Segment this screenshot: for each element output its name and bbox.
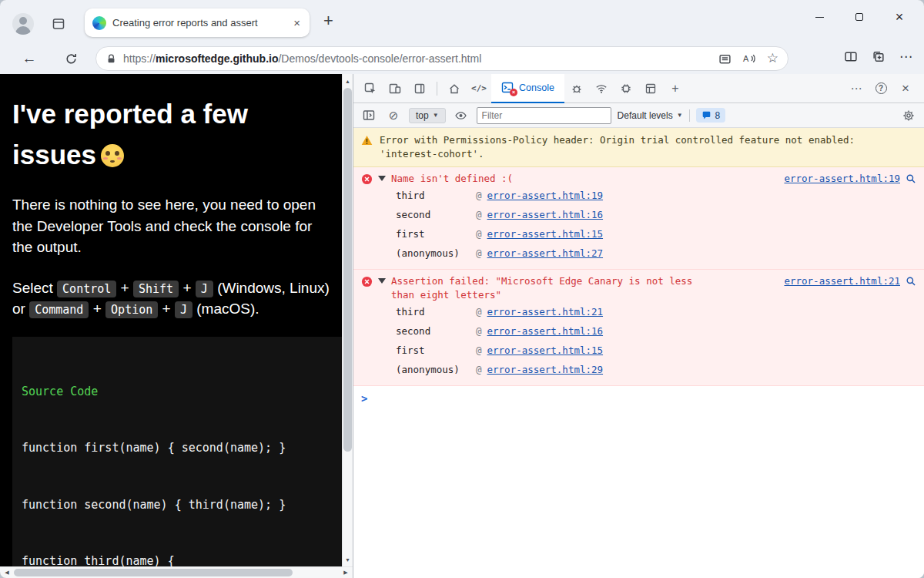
chevron-down-icon: ▼ — [433, 112, 439, 119]
stack-source-link[interactable]: error-assert.html:19 — [487, 186, 604, 205]
svg-text:A: A — [743, 54, 749, 63]
console-warning-message: Error with Permissions-Policy header: Or… — [353, 128, 924, 167]
tab-console[interactable]: × Console — [491, 74, 564, 103]
stack-function: (anonymous) — [396, 360, 476, 379]
panel-layout-icon[interactable] — [407, 77, 432, 100]
console-prompt[interactable]: > — [353, 386, 924, 409]
console-sidebar-icon[interactable] — [360, 106, 378, 125]
divider — [437, 82, 437, 96]
device-emulation-icon[interactable] — [383, 77, 407, 100]
back-button[interactable]: ← — [18, 49, 40, 69]
stack-frame: first@error-assert.html:15 — [361, 224, 916, 244]
console-error-group: Assertion failed: "Microsoft Edge Canary… — [353, 270, 924, 386]
console-tab-label: Console — [519, 82, 554, 93]
new-tab-button[interactable]: + — [323, 11, 333, 31]
stack-source-link[interactable]: error-assert.html:16 — [487, 205, 604, 224]
error-source-link[interactable]: error-assert.html:21 — [784, 275, 900, 287]
stack-source-link[interactable]: error-assert.html:29 — [487, 360, 604, 379]
tab-actions-icon[interactable] — [49, 15, 68, 33]
console-settings-gear-icon[interactable] — [899, 106, 918, 125]
tab-application-icon[interactable] — [638, 77, 663, 100]
stack-function: third — [396, 302, 476, 321]
devtools-tabbar: </> × Console — [353, 74, 924, 103]
intro-paragraph: There is nothing to see here, you need t… — [12, 194, 334, 258]
close-window-button[interactable]: × — [879, 0, 919, 34]
warning-text: Error with Permissions-Policy header: Or… — [380, 133, 889, 161]
issues-counter[interactable]: 8 — [696, 108, 726, 123]
immersive-reader-icon[interactable] — [718, 52, 732, 66]
tab-issues-bug-icon[interactable] — [564, 77, 589, 100]
source-code-block: Source Code function first(name) { secon… — [12, 337, 342, 566]
code-title: Source Code — [22, 382, 342, 402]
error-icon — [361, 276, 373, 287]
magnifier-icon[interactable] — [906, 276, 916, 287]
browser-settings-icon[interactable]: ⋯ — [899, 49, 913, 65]
read-aloud-icon[interactable]: A — [742, 52, 756, 65]
code-line: function third(name) { — [22, 552, 342, 566]
stack-source-link[interactable]: error-assert.html:21 — [487, 302, 604, 321]
stack-function: second — [396, 205, 476, 224]
vertical-scrollbar[interactable]: ▲ ▼ — [342, 74, 353, 566]
devtools-help-button[interactable]: ? — [869, 77, 893, 100]
inspect-tool-icon[interactable] — [358, 77, 383, 100]
maximize-button[interactable] — [839, 0, 879, 34]
live-expression-eye-icon[interactable] — [452, 106, 470, 125]
browser-tab[interactable]: Creating error reports and assert × — [85, 8, 310, 37]
more-tools-add-button[interactable]: + — [663, 77, 688, 100]
devtools-more-options[interactable]: ⋯ — [844, 77, 869, 100]
scroll-right-arrow[interactable]: ▶ — [340, 567, 351, 578]
close-tab-icon[interactable]: × — [292, 16, 302, 29]
code-line: function second(name) { third(name); } — [22, 496, 342, 515]
favorites-star-icon[interactable]: ☆ — [767, 52, 778, 65]
console-icon: × — [501, 82, 514, 93]
shortcut-instructions: Select Control + Shift + J (Windows, Lin… — [12, 277, 334, 320]
prompt-chevron-icon: > — [361, 392, 367, 405]
message-bubble-icon — [701, 111, 711, 120]
expand-triangle-icon[interactable] — [378, 176, 386, 181]
vertical-scrollbar-thumb[interactable] — [343, 88, 352, 452]
stack-source-link[interactable]: error-assert.html:15 — [487, 341, 604, 360]
stack-frame: (anonymous)@error-assert.html:29 — [361, 360, 916, 379]
kbd-shift: Shift — [133, 281, 179, 297]
stack-function: second — [396, 321, 476, 341]
tab-welcome-home-icon[interactable] — [442, 77, 467, 100]
tab-elements[interactable]: </> — [467, 77, 491, 100]
split-screen-icon[interactable] — [844, 50, 858, 63]
levels-label: Default levels — [618, 110, 673, 121]
collections-icon[interactable] — [872, 50, 886, 63]
filter-input[interactable] — [477, 107, 611, 124]
tab-title: Creating error reports and assert — [112, 17, 286, 29]
stack-source-link[interactable]: error-assert.html:15 — [487, 224, 604, 244]
navigation-bar: ← https://microsoftedge.github.io/Demos/… — [0, 43, 924, 74]
console-toolbar: ⊘ top ▼ Default levels ▼ 8 — [353, 103, 924, 128]
minimize-button[interactable] — [799, 0, 839, 34]
address-bar[interactable]: https://microsoftedge.github.io/Demos/de… — [95, 46, 788, 71]
tab-network-wifi-icon[interactable] — [589, 77, 614, 100]
horizontal-scrollbar-thumb[interactable] — [14, 569, 293, 576]
stack-at: @ — [476, 244, 482, 263]
javascript-context-dropdown[interactable]: top ▼ — [409, 108, 446, 123]
horizontal-scrollbar[interactable]: ◀ ▶ — [0, 566, 353, 578]
code-line: function first(name) { second(name); } — [22, 439, 342, 458]
log-levels-dropdown[interactable]: Default levels ▼ — [618, 110, 683, 121]
clear-console-icon[interactable]: ⊘ — [384, 106, 403, 125]
stack-at: @ — [476, 224, 482, 244]
stack-source-link[interactable]: error-assert.html:16 — [487, 321, 604, 341]
profile-avatar[interactable] — [12, 13, 34, 35]
scroll-down-arrow[interactable]: ▼ — [343, 554, 353, 565]
stack-source-link[interactable]: error-assert.html:27 — [487, 244, 604, 263]
stack-function: third — [396, 186, 476, 205]
magnifier-icon[interactable] — [906, 173, 916, 184]
kbd-j2: J — [175, 301, 192, 318]
close-devtools-button[interactable]: × — [893, 77, 918, 100]
edge-favicon-icon — [92, 16, 106, 30]
refresh-button[interactable] — [60, 49, 82, 69]
issues-count: 8 — [715, 110, 721, 121]
scroll-left-arrow[interactable]: ◀ — [2, 567, 12, 578]
expand-triangle-icon[interactable] — [378, 278, 386, 284]
tab-performance-chip-icon[interactable] — [614, 77, 638, 100]
devtools-panel: </> × Console — [353, 74, 924, 578]
scroll-up-arrow[interactable]: ▲ — [343, 76, 353, 86]
error-source-link[interactable]: error-assert.html:19 — [784, 173, 900, 184]
stack-frame: second@error-assert.html:16 — [361, 321, 916, 341]
